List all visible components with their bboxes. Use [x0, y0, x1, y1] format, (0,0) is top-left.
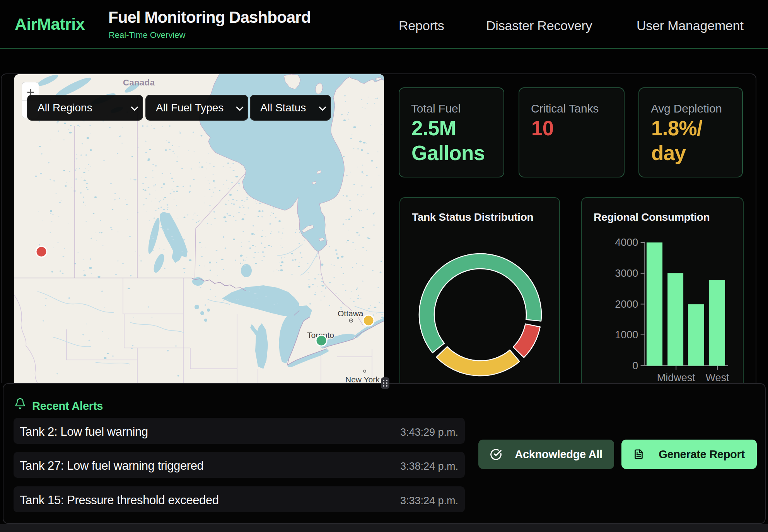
svg-text:New York: New York — [345, 375, 380, 383]
svg-text:Canada: Canada — [123, 78, 155, 87]
svg-text:3000: 3000 — [615, 268, 638, 279]
svg-text:Ottawa: Ottawa — [338, 309, 364, 318]
svg-text:Midwest: Midwest — [657, 372, 696, 383]
svg-text:0: 0 — [632, 360, 638, 372]
svg-text:4000: 4000 — [615, 237, 638, 248]
svg-text:2000: 2000 — [615, 298, 638, 310]
svg-text:1000: 1000 — [615, 329, 638, 341]
svg-text:West: West — [705, 372, 729, 383]
